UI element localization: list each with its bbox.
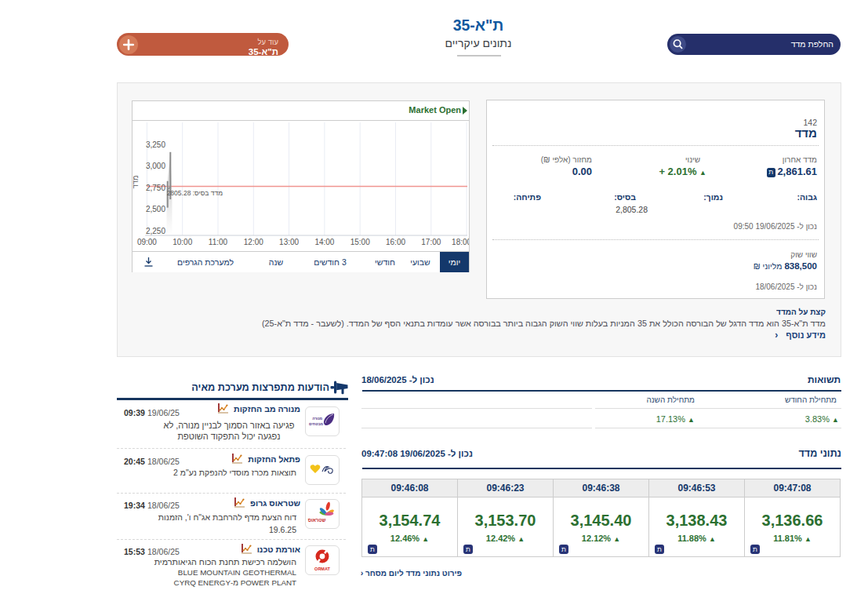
- svg-text:2,750: 2,750: [146, 184, 165, 192]
- svg-text:17:00: 17:00: [421, 238, 441, 246]
- svg-text:16:00: 16:00: [386, 238, 405, 246]
- svg-text:מדד: מדד: [133, 175, 140, 188]
- svg-text:שטראוס: שטראוס: [308, 518, 326, 523]
- svg-text:12:00: 12:00: [244, 238, 263, 246]
- svg-text:13:00: 13:00: [279, 238, 299, 246]
- svg-text:14:00: 14:00: [314, 238, 334, 246]
- svg-text:ORMAT: ORMAT: [314, 567, 330, 571]
- svg-text:3,000: 3,000: [146, 162, 165, 170]
- svg-text:15:00: 15:00: [350, 238, 370, 246]
- svg-text:18:00: 18:00: [452, 238, 469, 246]
- svg-text:2,250: 2,250: [146, 227, 165, 235]
- svg-text:מבטחים: מבטחים: [309, 422, 324, 426]
- svg-text:10:00: 10:00: [173, 238, 192, 246]
- svg-text:09:00: 09:00: [137, 238, 157, 246]
- svg-text:מדד בסיס: 2805.28: מדד בסיס: 2805.28: [167, 189, 223, 197]
- svg-text:מנורה: מנורה: [312, 417, 322, 421]
- svg-text:2,500: 2,500: [146, 205, 165, 213]
- svg-text:11:00: 11:00: [209, 238, 228, 246]
- svg-text:3,250: 3,250: [146, 140, 165, 149]
